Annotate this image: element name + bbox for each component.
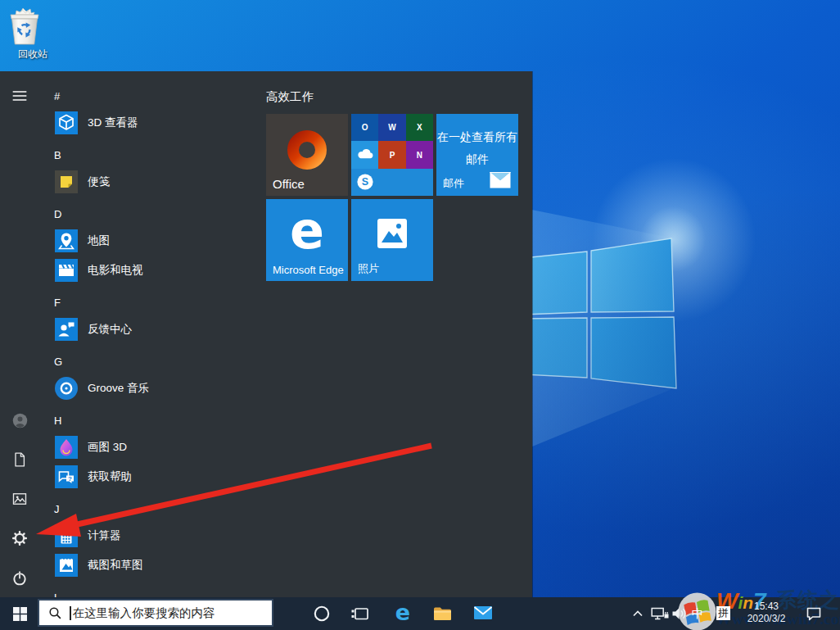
app-label: 便笺 [88, 174, 110, 189]
groove-icon [55, 377, 78, 400]
maps-icon [55, 229, 78, 252]
tile-mail-label: 邮件 [443, 176, 464, 191]
tile-mail[interactable]: 在一处查看所有邮件 邮件 [436, 114, 518, 196]
app-label: 画图 3D [88, 440, 127, 455]
app-list-item[interactable]: Groove 音乐 [39, 374, 260, 403]
recycle-bin-desktop-icon[interactable]: 回收站 [7, 5, 59, 61]
app-list-item[interactable]: 便笺 [39, 167, 260, 197]
skype-icon: S [355, 172, 375, 192]
tile-photos[interactable]: 照片 [351, 199, 433, 281]
calculator-glyph [55, 524, 78, 547]
app-list-item[interactable]: 3D 查看器 [39, 108, 260, 138]
mail-envelope-icon [490, 172, 511, 188]
letter-label: G [54, 356, 62, 368]
tile-office[interactable]: Office [266, 114, 348, 196]
calculator-icon [55, 524, 78, 547]
action-center-button[interactable] [806, 605, 822, 622]
rail-menu-button[interactable] [0, 79, 39, 112]
ime-pinyin-button[interactable]: 拼 [716, 606, 730, 620]
start-menu-tiles: 高效工作 Office OWXPNS 在一处查看所有邮件 邮件 [266, 71, 528, 597]
mail-tile-headline: 在一处查看所有邮件 [436, 126, 518, 170]
onedrive-cloud-icon [355, 144, 376, 165]
app-label: 3D 查看器 [88, 116, 138, 130]
tile-photos-label: 照片 [358, 261, 379, 276]
search-placeholder: 在这里输入你要搜索的内容 [73, 605, 215, 621]
mail-taskbar-button[interactable] [473, 605, 493, 621]
mini-tile-powerpoint[interactable]: P [378, 141, 405, 168]
feedback-icon [55, 318, 78, 341]
power-icon [11, 570, 28, 587]
mini-tile-word[interactable]: W [378, 114, 405, 141]
groove-glyph [55, 377, 78, 400]
mini-tile-onenote[interactable]: N [406, 141, 433, 168]
app-list-item[interactable]: 地图 [39, 226, 260, 256]
mini-tile-onedrive[interactable] [351, 141, 378, 168]
tray-expand-button[interactable] [631, 607, 644, 620]
rail-user-button[interactable] [0, 404, 39, 437]
network-tray-button[interactable] [651, 606, 669, 621]
file-explorer-button[interactable] [432, 604, 454, 623]
powerpoint-letter: P [390, 151, 395, 160]
app-list-item[interactable]: 电影和电视 [39, 256, 260, 285]
task-view-icon [350, 604, 370, 623]
app-list-letter-header[interactable]: J [39, 496, 260, 521]
letter-label: B [54, 149, 61, 161]
gear-icon [11, 530, 28, 546]
app-label: 电影和电视 [88, 263, 143, 278]
letter-label: H [54, 415, 61, 427]
rail-power-button[interactable] [0, 562, 39, 595]
speaker-icon [671, 605, 689, 623]
photos-icon [376, 217, 409, 250]
start-menu-rail [0, 71, 39, 597]
task-view-button[interactable] [350, 604, 370, 623]
app-list-item[interactable]: 获取帮助 [39, 462, 260, 492]
rail-pictures-button[interactable] [0, 483, 39, 515]
tile-group-title: 高效工作 [266, 89, 314, 105]
outlook-letter: O [362, 123, 368, 132]
rail-documents-button[interactable] [0, 443, 39, 476]
app-list-letter-header[interactable]: D [39, 202, 260, 226]
rail-settings-button[interactable] [0, 522, 39, 555]
tile-office-label: Office [273, 177, 305, 191]
app-list-letter-header[interactable]: # [39, 84, 260, 108]
clock-tray-button[interactable]: 15:43 2020/3/2 [742, 601, 791, 625]
tile-edge-label: Microsoft Edge [273, 264, 344, 276]
windows-logo-icon [13, 607, 27, 621]
cortana-button[interactable] [312, 604, 332, 623]
tile-office-apps-group[interactable]: OWXPNS [351, 114, 433, 196]
app-list-letter-header[interactable]: F [39, 290, 260, 315]
ime-pinyin-label: 拼 [718, 607, 729, 619]
app-label: 获取帮助 [88, 469, 132, 484]
windows-desktop: 回收站 #3D 查看器B便笺D地图电影和电视F反馈中心GGroove 音乐H画图… [0, 0, 840, 630]
user-icon [11, 412, 29, 429]
app-list-item[interactable]: 反馈中心 [39, 315, 260, 344]
ime-mode-button[interactable]: 中 [690, 605, 705, 622]
mini-tile-empty [378, 169, 405, 196]
network-icon [651, 606, 669, 621]
start-button[interactable] [0, 597, 39, 630]
letter-label: # [54, 90, 60, 102]
tile-microsoft-edge[interactable]: e Microsoft Edge [266, 199, 348, 281]
svg-text:S: S [362, 177, 368, 188]
excel-letter: X [417, 123, 422, 132]
mail-icon [473, 605, 493, 621]
app-list-item[interactable]: 截图和草图 [39, 551, 260, 580]
volume-tray-button[interactable] [671, 605, 689, 623]
app-list-letter-header[interactable]: H [39, 408, 260, 433]
app-list-item[interactable]: 画图 3D [39, 433, 260, 462]
app-list-item[interactable]: 计算器 [39, 521, 260, 551]
search-icon [48, 606, 62, 620]
taskbar-search-input[interactable]: 在这里输入你要搜索的内容 [38, 599, 273, 627]
hamburger-icon [11, 88, 28, 104]
stickynotes-icon [55, 170, 78, 193]
mini-tile-excel[interactable]: X [406, 114, 433, 141]
app-list-letter-header[interactable]: B [39, 143, 260, 167]
mini-tile-skype[interactable]: S [351, 169, 378, 196]
onenote-letter: N [417, 151, 422, 160]
paint3d-icon [55, 436, 78, 459]
app-list-letter-header[interactable]: G [39, 349, 260, 374]
gethelp-icon [55, 465, 78, 488]
mini-tile-outlook[interactable]: O [351, 114, 378, 141]
edge-taskbar-button[interactable]: e [391, 602, 414, 625]
tray-date: 2020/3/2 [742, 613, 791, 625]
